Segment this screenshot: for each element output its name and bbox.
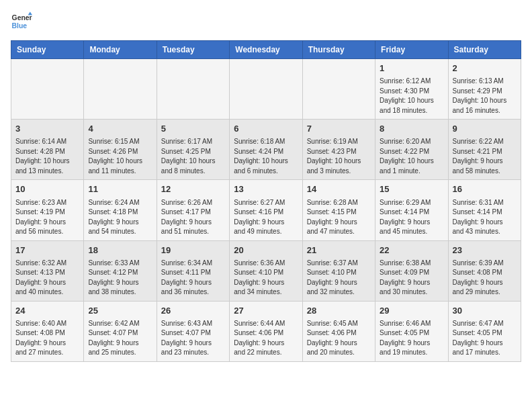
day-info: Sunrise: 6:43 AMSunset: 4:07 PMDaylight:…: [161, 319, 225, 358]
day-number: 20: [234, 244, 298, 257]
day-number: 24: [15, 305, 79, 317]
calendar-cell: 26Sunrise: 6:43 AMSunset: 4:07 PMDayligh…: [157, 301, 229, 361]
calendar-cell: 27Sunrise: 6:44 AMSunset: 4:06 PMDayligh…: [230, 301, 302, 361]
day-info: Sunrise: 6:38 AMSunset: 4:09 PMDaylight:…: [380, 259, 443, 298]
calendar-cell: 24Sunrise: 6:40 AMSunset: 4:08 PMDayligh…: [11, 301, 84, 361]
calendar-cell: 23Sunrise: 6:39 AMSunset: 4:08 PMDayligh…: [448, 240, 521, 301]
day-number: 28: [307, 305, 371, 317]
calendar-cell: 7Sunrise: 6:19 AMSunset: 4:23 PMDaylight…: [302, 120, 375, 180]
header-day: Saturday: [448, 41, 521, 59]
svg-text:General: General: [12, 14, 32, 21]
calendar-cell: 21Sunrise: 6:37 AMSunset: 4:10 PMDayligh…: [302, 240, 375, 301]
logo: General Blue: [11, 11, 32, 32]
calendar-cell: [84, 59, 157, 120]
calendar-week-row: 24Sunrise: 6:40 AMSunset: 4:08 PMDayligh…: [11, 301, 521, 361]
calendar-cell: 22Sunrise: 6:38 AMSunset: 4:09 PMDayligh…: [375, 240, 448, 301]
day-number: 21: [307, 244, 371, 257]
day-number: 7: [307, 123, 371, 135]
calendar-cell: 17Sunrise: 6:32 AMSunset: 4:13 PMDayligh…: [11, 240, 84, 301]
day-number: 25: [88, 305, 152, 317]
day-info: Sunrise: 6:28 AMSunset: 4:15 PMDaylight:…: [307, 198, 371, 237]
day-info: Sunrise: 6:31 AMSunset: 4:14 PMDaylight:…: [453, 198, 517, 237]
day-number: 26: [161, 305, 225, 317]
calendar-cell: 13Sunrise: 6:27 AMSunset: 4:16 PMDayligh…: [230, 180, 302, 240]
calendar-cell: 9Sunrise: 6:22 AMSunset: 4:21 PMDaylight…: [448, 120, 521, 180]
calendar-cell: 28Sunrise: 6:45 AMSunset: 4:06 PMDayligh…: [302, 301, 375, 361]
day-number: 23: [453, 244, 517, 257]
calendar-cell: [230, 59, 302, 120]
calendar-cell: 15Sunrise: 6:29 AMSunset: 4:14 PMDayligh…: [375, 180, 448, 240]
calendar-week-row: 3Sunrise: 6:14 AMSunset: 4:28 PMDaylight…: [11, 120, 521, 180]
calendar-cell: 4Sunrise: 6:15 AMSunset: 4:26 PMDaylight…: [84, 120, 157, 180]
day-number: 2: [453, 62, 517, 75]
calendar-cell: [302, 59, 375, 120]
calendar-body: 1Sunrise: 6:12 AMSunset: 4:30 PMDaylight…: [11, 59, 521, 362]
calendar-cell: 20Sunrise: 6:36 AMSunset: 4:10 PMDayligh…: [230, 240, 302, 301]
day-number: 1: [380, 62, 443, 75]
day-info: Sunrise: 6:36 AMSunset: 4:10 PMDaylight:…: [234, 259, 298, 298]
day-number: 30: [453, 305, 517, 317]
day-info: Sunrise: 6:29 AMSunset: 4:14 PMDaylight:…: [380, 198, 443, 237]
header-day: Wednesday: [230, 41, 302, 59]
day-info: Sunrise: 6:37 AMSunset: 4:10 PMDaylight:…: [307, 259, 371, 298]
calendar-cell: 12Sunrise: 6:26 AMSunset: 4:17 PMDayligh…: [157, 180, 229, 240]
calendar-cell: [157, 59, 229, 120]
day-number: 6: [234, 123, 298, 135]
calendar-cell: 30Sunrise: 6:47 AMSunset: 4:05 PMDayligh…: [448, 301, 521, 361]
day-number: 18: [88, 244, 152, 257]
day-number: 15: [380, 183, 443, 195]
header-day: Monday: [84, 41, 157, 59]
header-day: Sunday: [11, 41, 84, 59]
calendar-cell: 29Sunrise: 6:46 AMSunset: 4:05 PMDayligh…: [375, 301, 448, 361]
day-number: 10: [15, 183, 79, 195]
day-number: 22: [380, 244, 443, 257]
svg-marker-2: [28, 12, 32, 15]
header-day: Tuesday: [157, 41, 229, 59]
calendar-cell: 18Sunrise: 6:33 AMSunset: 4:12 PMDayligh…: [84, 240, 157, 301]
header: General Blue: [11, 11, 521, 32]
calendar-cell: 2Sunrise: 6:13 AMSunset: 4:29 PMDaylight…: [448, 59, 521, 120]
day-number: 14: [307, 183, 371, 195]
day-info: Sunrise: 6:14 AMSunset: 4:28 PMDaylight:…: [15, 137, 79, 176]
calendar-cell: 14Sunrise: 6:28 AMSunset: 4:15 PMDayligh…: [302, 180, 375, 240]
calendar-week-row: 10Sunrise: 6:23 AMSunset: 4:19 PMDayligh…: [11, 180, 521, 240]
day-info: Sunrise: 6:47 AMSunset: 4:05 PMDaylight:…: [453, 319, 517, 358]
day-number: 8: [380, 123, 443, 135]
calendar-cell: 5Sunrise: 6:17 AMSunset: 4:25 PMDaylight…: [157, 120, 229, 180]
day-info: Sunrise: 6:22 AMSunset: 4:21 PMDaylight:…: [453, 137, 517, 176]
calendar-cell: 1Sunrise: 6:12 AMSunset: 4:30 PMDaylight…: [375, 59, 448, 120]
day-number: 11: [88, 183, 152, 195]
day-info: Sunrise: 6:34 AMSunset: 4:11 PMDaylight:…: [161, 259, 225, 298]
day-info: Sunrise: 6:12 AMSunset: 4:30 PMDaylight:…: [380, 77, 443, 116]
day-info: Sunrise: 6:45 AMSunset: 4:06 PMDaylight:…: [307, 319, 371, 358]
svg-text:Blue: Blue: [12, 22, 28, 30]
day-info: Sunrise: 6:27 AMSunset: 4:16 PMDaylight:…: [234, 198, 298, 237]
day-info: Sunrise: 6:19 AMSunset: 4:23 PMDaylight:…: [307, 137, 371, 176]
day-number: 4: [88, 123, 152, 135]
header-day: Friday: [375, 41, 448, 59]
day-number: 16: [453, 183, 517, 195]
day-info: Sunrise: 6:32 AMSunset: 4:13 PMDaylight:…: [15, 259, 79, 298]
calendar-cell: 8Sunrise: 6:20 AMSunset: 4:22 PMDaylight…: [375, 120, 448, 180]
day-info: Sunrise: 6:42 AMSunset: 4:07 PMDaylight:…: [88, 319, 152, 358]
calendar-cell: 25Sunrise: 6:42 AMSunset: 4:07 PMDayligh…: [84, 301, 157, 361]
day-info: Sunrise: 6:17 AMSunset: 4:25 PMDaylight:…: [161, 137, 225, 176]
calendar-week-row: 1Sunrise: 6:12 AMSunset: 4:30 PMDaylight…: [11, 59, 521, 120]
day-number: 5: [161, 123, 225, 135]
calendar-cell: 3Sunrise: 6:14 AMSunset: 4:28 PMDaylight…: [11, 120, 84, 180]
calendar-header: SundayMondayTuesdayWednesdayThursdayFrid…: [11, 41, 521, 59]
day-info: Sunrise: 6:13 AMSunset: 4:29 PMDaylight:…: [453, 77, 517, 116]
day-number: 19: [161, 244, 225, 257]
day-number: 17: [15, 244, 79, 257]
day-info: Sunrise: 6:26 AMSunset: 4:17 PMDaylight:…: [161, 198, 225, 237]
day-number: 12: [161, 183, 225, 195]
day-number: 27: [234, 305, 298, 317]
day-info: Sunrise: 6:44 AMSunset: 4:06 PMDaylight:…: [234, 319, 298, 358]
day-info: Sunrise: 6:24 AMSunset: 4:18 PMDaylight:…: [88, 198, 152, 237]
day-info: Sunrise: 6:15 AMSunset: 4:26 PMDaylight:…: [88, 137, 152, 176]
day-number: 13: [234, 183, 298, 195]
calendar-week-row: 17Sunrise: 6:32 AMSunset: 4:13 PMDayligh…: [11, 240, 521, 301]
day-info: Sunrise: 6:39 AMSunset: 4:08 PMDaylight:…: [453, 259, 517, 298]
header-day: Thursday: [302, 41, 375, 59]
calendar-cell: 19Sunrise: 6:34 AMSunset: 4:11 PMDayligh…: [157, 240, 229, 301]
